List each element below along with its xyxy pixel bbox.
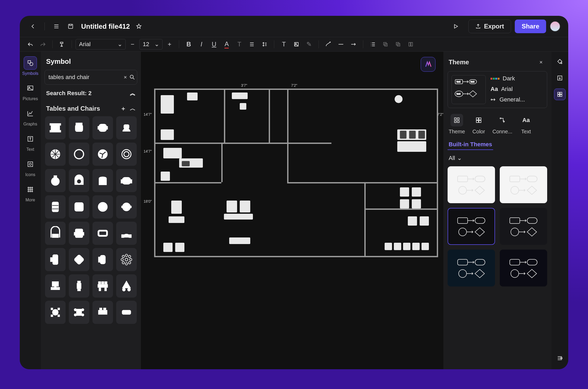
theme-card[interactable] (448, 166, 495, 203)
symbol-item[interactable] (92, 116, 113, 139)
rail-more[interactable]: More (22, 181, 38, 204)
text-case-button[interactable]: T (233, 38, 245, 50)
highlight-button[interactable]: ✎ (303, 38, 315, 50)
export-button[interactable]: Export (468, 20, 511, 33)
avatar[interactable] (550, 21, 560, 32)
symbol-item[interactable] (69, 195, 89, 218)
line-style-button[interactable] (335, 38, 347, 50)
symbol-item[interactable] (92, 274, 113, 298)
rail-text[interactable]: Text (22, 131, 38, 153)
size-select[interactable]: 12 ⌄ (139, 39, 163, 50)
symbol-search[interactable]: ✕ (45, 70, 137, 85)
symbol-item[interactable] (116, 301, 137, 324)
menu-button[interactable] (51, 21, 62, 32)
symbol-item[interactable] (45, 248, 66, 271)
theme-tab-connector[interactable]: Conne... (492, 114, 512, 135)
symbol-item[interactable] (45, 116, 66, 139)
symbol-item[interactable] (92, 222, 113, 245)
symbol-item[interactable] (69, 248, 89, 271)
theme-tab-theme[interactable]: Theme (449, 114, 465, 135)
font-select[interactable]: Arial ⌄ (76, 39, 126, 50)
rail-graphs[interactable]: Graphs (22, 105, 38, 128)
export-tool[interactable] (554, 72, 566, 84)
symbol-item[interactable] (116, 248, 137, 271)
collapse-icon[interactable]: ︽ (130, 89, 136, 97)
rail-icons[interactable]: Icons (22, 156, 38, 179)
format-painter-button[interactable] (56, 38, 68, 50)
rail-pictures[interactable]: Pictures (22, 80, 38, 103)
text-tool[interactable]: T (278, 38, 290, 50)
svg-rect-90 (58, 308, 60, 310)
redo-button[interactable] (37, 38, 49, 50)
symbol-item[interactable] (92, 195, 113, 218)
svg-rect-33 (106, 127, 107, 129)
symbol-item[interactable] (69, 169, 89, 192)
symbol-item[interactable] (45, 222, 66, 245)
symbol-item[interactable] (69, 143, 89, 166)
share-button[interactable]: Share (515, 20, 546, 33)
symbol-item[interactable] (92, 169, 113, 192)
undo-button[interactable] (24, 38, 36, 50)
symbol-item[interactable] (69, 116, 89, 139)
document-title[interactable]: Untitled file412 (81, 22, 130, 31)
symbol-item[interactable] (45, 274, 66, 298)
arrow-style-button[interactable] (348, 38, 359, 50)
theme-tab-text[interactable]: Aa Text (520, 114, 532, 135)
add-icon[interactable]: ＋ (120, 105, 126, 113)
symbol-item[interactable] (45, 143, 66, 166)
theme-tool[interactable] (554, 89, 566, 100)
settings-tool[interactable] (554, 352, 566, 364)
symbol-item[interactable] (45, 301, 66, 324)
built-in-themes-tab[interactable]: Built-in Themes (448, 137, 493, 150)
save-icon[interactable] (65, 21, 76, 32)
theme-filter[interactable]: All ⌄ (448, 150, 547, 166)
symbol-item[interactable] (45, 195, 66, 218)
theme-card[interactable] (500, 250, 547, 286)
layer-back-button[interactable] (380, 38, 391, 50)
theme-card[interactable] (500, 208, 547, 245)
insert-image-button[interactable] (291, 38, 302, 50)
font-color-button[interactable]: A (221, 38, 232, 50)
decrease-size[interactable]: − (127, 38, 138, 50)
search-icon[interactable] (130, 74, 135, 81)
tab-label: Conne... (492, 129, 512, 135)
theme-tab-color[interactable]: Color (472, 114, 485, 135)
symbol-item[interactable] (116, 222, 137, 245)
close-icon[interactable]: ✕ (536, 57, 546, 67)
chevron-up-icon[interactable]: ︿ (130, 105, 136, 113)
underline-button[interactable]: U (208, 38, 220, 50)
rail-symbols[interactable]: Symbols (22, 55, 38, 77)
clear-icon[interactable]: ✕ (124, 74, 127, 81)
theme-card-selected[interactable] (448, 208, 495, 245)
layer-front-button[interactable] (392, 38, 404, 50)
symbol-item[interactable] (69, 222, 89, 245)
italic-button[interactable]: I (195, 38, 207, 50)
symbol-item[interactable] (116, 169, 137, 192)
list-button[interactable] (367, 38, 379, 50)
symbol-item[interactable] (92, 143, 113, 166)
connector-button[interactable] (322, 38, 334, 50)
symbol-item[interactable] (92, 301, 113, 324)
symbol-item[interactable] (116, 143, 137, 166)
theme-card[interactable] (448, 250, 495, 286)
ai-badge[interactable] (421, 57, 435, 72)
symbol-item[interactable] (69, 301, 89, 324)
back-button[interactable] (28, 21, 38, 32)
theme-card[interactable] (500, 166, 547, 203)
search-input[interactable] (48, 74, 121, 81)
align-button[interactable] (246, 38, 258, 50)
symbol-item[interactable] (69, 274, 89, 298)
symbol-item[interactable] (92, 248, 113, 271)
canvas[interactable]: 14'7" 14'7" 18'0" 3'7" 7'2" 7'2" (141, 52, 443, 369)
symbol-item[interactable] (116, 116, 137, 139)
fill-tool[interactable] (554, 56, 566, 67)
increase-size[interactable]: + (164, 38, 175, 50)
symbol-item[interactable] (116, 195, 137, 218)
group-button[interactable] (405, 38, 416, 50)
bold-button[interactable]: B (183, 38, 194, 50)
play-button[interactable] (450, 21, 461, 32)
star-icon[interactable] (134, 21, 144, 32)
line-spacing-button[interactable] (259, 38, 270, 50)
symbol-item[interactable] (116, 274, 137, 298)
symbol-item[interactable] (45, 169, 66, 192)
